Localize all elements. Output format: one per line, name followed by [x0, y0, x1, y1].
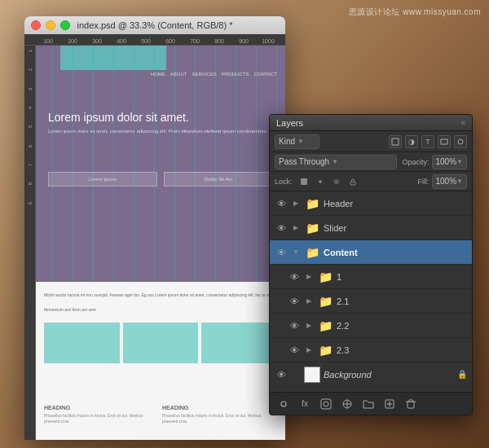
- canvas-teal-blocks: [44, 323, 277, 363]
- layers-collapse-icon[interactable]: «: [460, 118, 465, 127]
- delete-layer-button[interactable]: [403, 397, 418, 411]
- new-layer-button[interactable]: [382, 397, 397, 411]
- fx-button[interactable]: fx: [297, 397, 312, 411]
- fill-arrow: ▼: [456, 178, 463, 185]
- photoshop-window: index.psd @ 33.3% (Content, RGB/8) * 100…: [24, 16, 285, 440]
- layer-item-content[interactable]: 👁 📁 Content: [270, 240, 472, 265]
- canvas-main-heading: Lorem ipsum dolor sit amet.: [48, 111, 273, 124]
- layers-panel-title: Layers: [276, 118, 303, 128]
- opacity-arrow: ▼: [456, 158, 463, 165]
- layer-expand-2-1[interactable]: [304, 296, 314, 306]
- canvas-teal-block-3: [201, 323, 277, 363]
- layer-eye-2-2[interactable]: 👁: [288, 319, 301, 332]
- canvas-btn-2[interactable]: Dollor Sit Am: [164, 172, 273, 187]
- blend-mode-arrow: ▼: [332, 158, 338, 165]
- fill-label: Fill:: [418, 178, 430, 186]
- layer-expand-header[interactable]: [291, 199, 301, 209]
- heading-label-2: HEADING: [162, 405, 277, 411]
- link-layers-button[interactable]: [276, 397, 291, 411]
- canvas-purple-section: HOME ABOUT SERVICES PRODUCTS CONTACT Lor…: [36, 46, 285, 282]
- layer-expand-1[interactable]: [304, 272, 314, 282]
- kind-dropdown[interactable]: Kind ▼: [275, 134, 319, 149]
- kind-adjustment-btn[interactable]: ◑: [405, 135, 418, 148]
- opacity-label: Opacity:: [402, 158, 429, 166]
- layer-item-slider[interactable]: 👁 📁 Slider: [270, 216, 472, 240]
- layers-list[interactable]: 👁 📁 Header 👁 📁 Slider 👁 📁 Content 👁 📁 1: [270, 191, 472, 392]
- layer-item-2-3[interactable]: 👁 📁 2.3: [270, 338, 472, 362]
- layer-name-background: Background: [324, 370, 454, 380]
- layer-eye-2-1[interactable]: 👁: [288, 295, 301, 308]
- kind-type-btn[interactable]: T: [421, 135, 434, 148]
- layers-kind-row: Kind ▼ ◑ T: [270, 131, 472, 152]
- grid-line: [52, 46, 53, 282]
- heading-text-2: Phasellus facilisis mauris in lectus. Er…: [162, 413, 277, 424]
- layer-eye-content[interactable]: 👁: [275, 246, 288, 259]
- fill-input[interactable]: 100% ▼: [432, 174, 468, 189]
- grid-line: [236, 46, 236, 282]
- ruler-tick: 900: [231, 38, 256, 45]
- layer-item-1[interactable]: 👁 📁 1: [270, 265, 472, 289]
- ruler-tick: 400: [109, 38, 134, 45]
- lock-pixels-btn[interactable]: [297, 175, 311, 188]
- ruler-horizontal: 100 200 300 400 500 600 700 800 900 1000: [24, 34, 285, 46]
- watermark: 思源设计论坛 www.missyuan.com: [349, 7, 481, 18]
- layer-thumb-content: 📁: [304, 244, 320, 261]
- lock-artboard-btn[interactable]: ⊕: [330, 175, 343, 188]
- ruler-tick: 500: [134, 38, 158, 45]
- canvas-text-area: Lorem ipsum dolor sit amet. Lorem ipsum …: [48, 111, 273, 135]
- layers-bottom-toolbar: fx: [270, 392, 472, 415]
- canvas-white-section: Morbi auctor lacinia mi non suscipit. Ae…: [36, 282, 285, 440]
- kind-shape-btn[interactable]: [438, 135, 451, 148]
- grid-line: [154, 46, 155, 282]
- ruler-vertical: 1 2 3 4 5 6 7 8 9: [24, 46, 36, 440]
- canvas-teal-block-2: [123, 323, 199, 363]
- layer-name-1: 1: [337, 272, 467, 282]
- close-button[interactable]: [31, 20, 41, 30]
- layer-thumb-1: 📁: [317, 269, 333, 285]
- layer-expand-2-2[interactable]: [304, 321, 314, 331]
- maximize-button[interactable]: [60, 20, 70, 30]
- blend-mode-dropdown[interactable]: Pass Through ▼: [275, 155, 397, 169]
- layer-eye-slider[interactable]: 👁: [275, 222, 288, 235]
- layer-name-2-1: 2.1: [337, 296, 467, 306]
- heading-text-1: Phasellus facilisis mauris in lectus. Er…: [44, 413, 159, 424]
- layer-lock-icon: 🔒: [457, 370, 467, 379]
- layer-item-2-2[interactable]: 👁 📁 2.2: [270, 314, 472, 338]
- layer-eye-background[interactable]: 👁: [275, 368, 288, 381]
- opacity-input[interactable]: 100% ▼: [432, 155, 468, 169]
- kind-smart-btn[interactable]: [454, 135, 467, 148]
- svg-rect-5: [321, 399, 331, 409]
- layer-name-slider: Slider: [324, 223, 467, 233]
- ruler-tick: 1000: [256, 38, 280, 45]
- layer-eye-2-3[interactable]: 👁: [288, 344, 301, 357]
- layers-titlebar: Layers «: [270, 115, 472, 131]
- canvas-area[interactable]: HOME ABOUT SERVICES PRODUCTS CONTACT Lor…: [36, 46, 285, 440]
- layer-item-2-1[interactable]: 👁 📁 2.1: [270, 289, 472, 314]
- layer-expand-content[interactable]: [291, 248, 301, 257]
- layer-item-background[interactable]: 👁 Background 🔒: [270, 362, 472, 387]
- ruler-tick: 600: [158, 38, 183, 45]
- minimize-button[interactable]: [46, 20, 55, 30]
- layer-eye-1[interactable]: 👁: [288, 270, 301, 283]
- kind-pixel-btn[interactable]: [389, 135, 402, 148]
- layer-expand-2-3[interactable]: [304, 345, 314, 355]
- lock-position-btn[interactable]: [314, 175, 327, 188]
- layer-thumb-slider: 📁: [304, 220, 320, 236]
- add-adjustment-button[interactable]: [340, 397, 355, 411]
- new-group-button[interactable]: [361, 397, 376, 411]
- layer-eye-header[interactable]: 👁: [275, 197, 288, 210]
- window-title: index.psd @ 33.3% (Content, RGB/8) *: [77, 20, 233, 30]
- canvas-nav: HOME ABOUT SERVICES PRODUCTS CONTACT: [151, 72, 277, 77]
- layer-thumb-2-2: 📁: [317, 318, 333, 334]
- lock-all-btn[interactable]: [346, 175, 359, 188]
- grid-line: [113, 46, 114, 282]
- layer-item-header[interactable]: 👁 📁 Header: [270, 191, 472, 216]
- canvas-btn-1[interactable]: Lorem Ipsum: [48, 172, 157, 187]
- svg-rect-3: [301, 178, 307, 185]
- add-mask-button[interactable]: [319, 397, 333, 411]
- canvas-body-text: Lorem ipsum dolor sit amet, consectetur …: [48, 128, 273, 135]
- layer-expand-slider[interactable]: [291, 223, 301, 233]
- svg-rect-9: [408, 402, 414, 408]
- canvas-buttons-row: Lorem Ipsum Dollor Sit Am: [48, 172, 273, 187]
- layers-blend-row: Pass Through ▼ Opacity: 100% ▼: [270, 152, 472, 172]
